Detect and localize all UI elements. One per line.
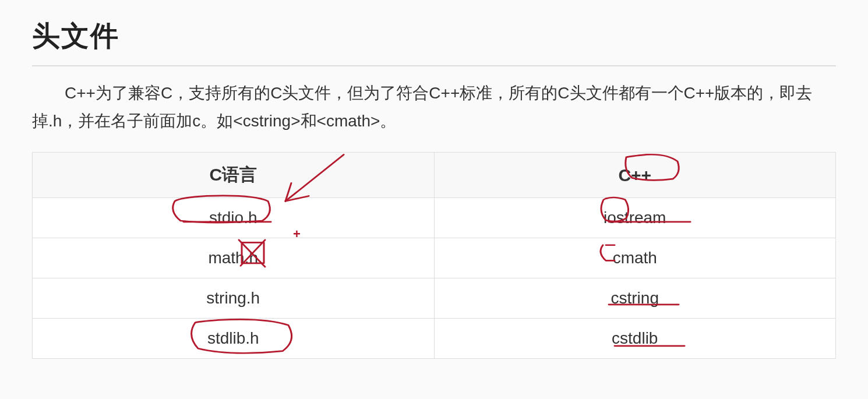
headers-table: C语言 C++ stdio.h iostream math.h cmath st…: [32, 152, 836, 359]
cell-c: stdio.h: [33, 198, 435, 238]
table-row: stdio.h iostream: [33, 198, 836, 238]
table-row: math.h cmath: [33, 238, 836, 278]
cell-c: string.h: [33, 278, 435, 319]
cell-cpp: cstdlib: [434, 319, 836, 359]
description-paragraph: C++为了兼容C，支持所有的C头文件，但为了符合C++标准，所有的C头文件都有一…: [32, 79, 836, 135]
table-header-row: C语言 C++: [33, 153, 836, 198]
table-wrapper: C语言 C++ stdio.h iostream math.h cmath st…: [32, 152, 836, 359]
cell-cpp: iostream: [434, 198, 836, 238]
cell-c: stdlib.h: [33, 319, 435, 359]
cell-c: math.h: [33, 238, 435, 278]
cell-cpp: cstring: [434, 278, 836, 319]
col-header-c: C语言: [33, 153, 435, 198]
cell-cpp: cmath: [434, 238, 836, 278]
page-title: 头文件: [32, 17, 836, 55]
table-row: string.h cstring: [33, 278, 836, 319]
table-row: stdlib.h cstdlib: [33, 319, 836, 359]
heading-section: 头文件: [32, 17, 836, 66]
col-header-cpp: C++: [434, 153, 836, 198]
